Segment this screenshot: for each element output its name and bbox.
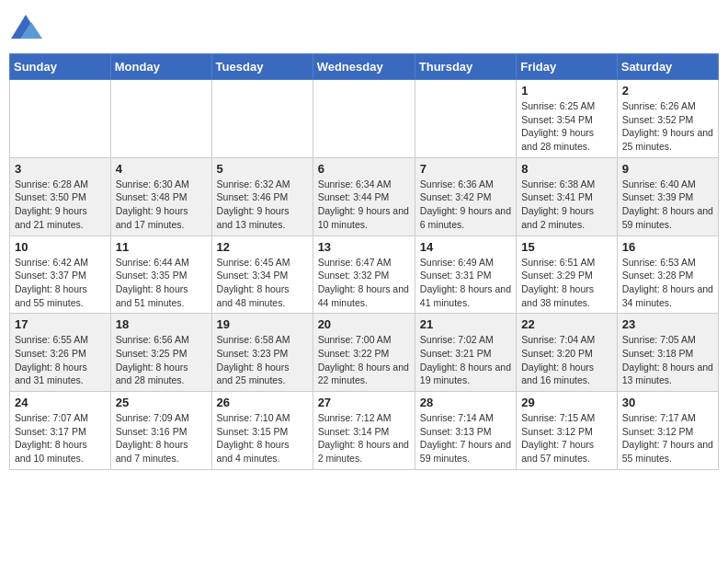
day-info: Sunrise: 7:12 AMSunset: 3:14 PMDaylight:…	[318, 411, 410, 465]
calendar-cell: 22Sunrise: 7:04 AMSunset: 3:20 PMDayligh…	[517, 314, 618, 392]
day-number: 19	[217, 317, 308, 331]
calendar-cell: 2Sunrise: 6:26 AMSunset: 3:52 PMDaylight…	[617, 80, 718, 158]
day-number: 14	[420, 240, 511, 254]
day-number: 15	[521, 240, 612, 254]
calendar-cell: 10Sunrise: 6:42 AMSunset: 3:37 PMDayligh…	[10, 236, 111, 314]
day-number: 2	[622, 84, 713, 98]
calendar-cell: 14Sunrise: 6:49 AMSunset: 3:31 PMDayligh…	[415, 236, 516, 314]
day-info: Sunrise: 6:25 AMSunset: 3:54 PMDaylight:…	[521, 99, 612, 154]
day-info: Sunrise: 7:00 AMSunset: 3:22 PMDaylight:…	[318, 333, 410, 387]
calendar-cell: 23Sunrise: 7:05 AMSunset: 3:18 PMDayligh…	[617, 314, 718, 392]
calendar-week-row: 1Sunrise: 6:25 AMSunset: 3:54 PMDaylight…	[10, 80, 719, 158]
day-number: 25	[116, 396, 207, 409]
day-number: 29	[521, 396, 612, 409]
day-info: Sunrise: 7:17 AMSunset: 3:12 PMDaylight:…	[622, 411, 713, 465]
calendar-cell: 8Sunrise: 6:38 AMSunset: 3:41 PMDaylight…	[517, 157, 618, 236]
calendar-header-row: SundayMondayTuesdayWednesdayThursdayFrid…	[10, 54, 719, 80]
calendar-cell: 11Sunrise: 6:44 AMSunset: 3:35 PMDayligh…	[110, 236, 211, 314]
day-number: 23	[622, 317, 713, 331]
day-number: 26	[217, 396, 308, 409]
weekday-header-wednesday: Wednesday	[313, 54, 415, 80]
day-number: 20	[318, 317, 410, 331]
day-number: 11	[116, 240, 207, 254]
day-info: Sunrise: 7:02 AMSunset: 3:21 PMDaylight:…	[420, 333, 511, 387]
calendar-cell: 24Sunrise: 7:07 AMSunset: 3:17 PMDayligh…	[10, 392, 111, 470]
day-info: Sunrise: 7:04 AMSunset: 3:20 PMDaylight:…	[521, 333, 612, 387]
calendar-cell: 27Sunrise: 7:12 AMSunset: 3:14 PMDayligh…	[313, 392, 415, 470]
weekday-header-tuesday: Tuesday	[211, 54, 313, 80]
logo	[9, 13, 46, 46]
calendar-week-row: 17Sunrise: 6:55 AMSunset: 3:26 PMDayligh…	[10, 314, 719, 392]
calendar-cell: 16Sunrise: 6:53 AMSunset: 3:28 PMDayligh…	[617, 236, 718, 314]
day-number: 4	[116, 162, 207, 176]
logo-icon	[9, 13, 42, 46]
calendar: SundayMondayTuesdayWednesdayThursdayFrid…	[9, 53, 719, 470]
day-info: Sunrise: 6:44 AMSunset: 3:35 PMDaylight:…	[116, 256, 207, 310]
calendar-cell: 21Sunrise: 7:02 AMSunset: 3:21 PMDayligh…	[415, 314, 516, 392]
calendar-cell: 17Sunrise: 6:55 AMSunset: 3:26 PMDayligh…	[10, 314, 111, 392]
calendar-cell	[415, 80, 516, 158]
calendar-cell: 29Sunrise: 7:15 AMSunset: 3:12 PMDayligh…	[517, 392, 618, 470]
weekday-header-monday: Monday	[110, 54, 211, 80]
calendar-cell: 30Sunrise: 7:17 AMSunset: 3:12 PMDayligh…	[617, 392, 718, 470]
day-info: Sunrise: 6:58 AMSunset: 3:23 PMDaylight:…	[217, 333, 308, 387]
calendar-cell: 7Sunrise: 6:36 AMSunset: 3:42 PMDaylight…	[415, 157, 516, 236]
calendar-cell: 18Sunrise: 6:56 AMSunset: 3:25 PMDayligh…	[110, 314, 211, 392]
calendar-cell: 26Sunrise: 7:10 AMSunset: 3:15 PMDayligh…	[211, 392, 313, 470]
day-number: 18	[116, 317, 207, 331]
day-number: 30	[622, 396, 713, 409]
day-number: 12	[217, 240, 308, 254]
calendar-cell: 6Sunrise: 6:34 AMSunset: 3:44 PMDaylight…	[313, 157, 415, 236]
day-number: 10	[15, 240, 106, 254]
day-info: Sunrise: 6:49 AMSunset: 3:31 PMDaylight:…	[420, 256, 511, 310]
day-number: 27	[318, 396, 410, 409]
calendar-cell: 20Sunrise: 7:00 AMSunset: 3:22 PMDayligh…	[313, 314, 415, 392]
day-info: Sunrise: 7:14 AMSunset: 3:13 PMDaylight:…	[420, 411, 511, 465]
day-info: Sunrise: 6:53 AMSunset: 3:28 PMDaylight:…	[622, 256, 713, 310]
calendar-week-row: 10Sunrise: 6:42 AMSunset: 3:37 PMDayligh…	[10, 236, 719, 314]
day-number: 9	[622, 162, 713, 176]
day-info: Sunrise: 6:40 AMSunset: 3:39 PMDaylight:…	[622, 178, 713, 232]
day-number: 24	[15, 396, 106, 409]
day-info: Sunrise: 6:30 AMSunset: 3:48 PMDaylight:…	[116, 178, 207, 232]
calendar-cell: 15Sunrise: 6:51 AMSunset: 3:29 PMDayligh…	[517, 236, 618, 314]
day-info: Sunrise: 6:34 AMSunset: 3:44 PMDaylight:…	[318, 178, 410, 232]
day-info: Sunrise: 7:10 AMSunset: 3:15 PMDaylight:…	[217, 411, 308, 465]
day-info: Sunrise: 6:51 AMSunset: 3:29 PMDaylight:…	[521, 256, 612, 310]
weekday-header-thursday: Thursday	[415, 54, 516, 80]
day-number: 3	[15, 162, 106, 176]
day-number: 6	[318, 162, 410, 176]
day-info: Sunrise: 6:45 AMSunset: 3:34 PMDaylight:…	[217, 256, 308, 310]
calendar-cell: 5Sunrise: 6:32 AMSunset: 3:46 PMDaylight…	[211, 157, 313, 236]
day-info: Sunrise: 6:28 AMSunset: 3:50 PMDaylight:…	[15, 178, 106, 232]
calendar-week-row: 24Sunrise: 7:07 AMSunset: 3:17 PMDayligh…	[10, 392, 719, 470]
weekday-header-sunday: Sunday	[10, 54, 111, 80]
calendar-cell: 4Sunrise: 6:30 AMSunset: 3:48 PMDaylight…	[110, 157, 211, 236]
day-info: Sunrise: 6:55 AMSunset: 3:26 PMDaylight:…	[15, 333, 106, 387]
day-number: 28	[420, 396, 511, 409]
day-info: Sunrise: 7:07 AMSunset: 3:17 PMDaylight:…	[15, 411, 106, 465]
calendar-cell	[313, 80, 415, 158]
day-number: 21	[420, 317, 511, 331]
day-info: Sunrise: 6:56 AMSunset: 3:25 PMDaylight:…	[116, 333, 207, 387]
day-info: Sunrise: 6:38 AMSunset: 3:41 PMDaylight:…	[521, 178, 612, 232]
header	[9, 9, 719, 46]
calendar-cell	[10, 80, 111, 158]
calendar-cell	[211, 80, 313, 158]
weekday-header-saturday: Saturday	[617, 54, 718, 80]
calendar-cell: 9Sunrise: 6:40 AMSunset: 3:39 PMDaylight…	[617, 157, 718, 236]
weekday-header-friday: Friday	[517, 54, 618, 80]
day-number: 8	[521, 162, 612, 176]
calendar-cell: 3Sunrise: 6:28 AMSunset: 3:50 PMDaylight…	[10, 157, 111, 236]
calendar-cell: 12Sunrise: 6:45 AMSunset: 3:34 PMDayligh…	[211, 236, 313, 314]
day-number: 5	[217, 162, 308, 176]
day-info: Sunrise: 6:36 AMSunset: 3:42 PMDaylight:…	[420, 178, 511, 232]
day-info: Sunrise: 7:09 AMSunset: 3:16 PMDaylight:…	[116, 411, 207, 465]
day-info: Sunrise: 6:47 AMSunset: 3:32 PMDaylight:…	[318, 256, 410, 310]
day-number: 16	[622, 240, 713, 254]
calendar-week-row: 3Sunrise: 6:28 AMSunset: 3:50 PMDaylight…	[10, 157, 719, 236]
day-number: 22	[521, 317, 612, 331]
day-info: Sunrise: 6:42 AMSunset: 3:37 PMDaylight:…	[15, 256, 106, 310]
calendar-cell: 19Sunrise: 6:58 AMSunset: 3:23 PMDayligh…	[211, 314, 313, 392]
day-info: Sunrise: 6:32 AMSunset: 3:46 PMDaylight:…	[217, 178, 308, 232]
